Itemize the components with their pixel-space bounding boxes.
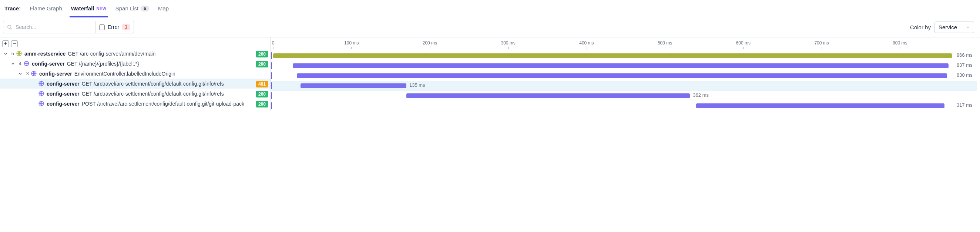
child-count: 5 — [9, 51, 16, 56]
span-rows: 5amm-restserviceGET /arc-config-server/a… — [0, 48, 270, 109]
timeline-column: 0100 ms200 ms300 ms400 ms500 ms600 ms700… — [271, 37, 980, 111]
root-marker — [271, 72, 272, 79]
tab-flame-graph[interactable]: Flame Graph — [30, 0, 62, 17]
service-name: amm-restservice — [24, 51, 65, 57]
color-by-value: Service — [939, 24, 957, 30]
tab-label: Waterfall — [71, 5, 94, 11]
service-name: config-server — [47, 91, 80, 97]
error-label: Error — [108, 24, 119, 30]
count-badge: 6 — [141, 6, 149, 11]
operation-name: GET /arctravel/arc-settlement/config/def… — [82, 91, 253, 97]
child-count: 4 — [16, 61, 23, 66]
span-bar-row[interactable]: 362 ms — [271, 91, 977, 101]
duration-label: 866 ms — [957, 52, 973, 58]
error-checkbox[interactable] — [99, 24, 105, 30]
tab-label: Map — [158, 5, 169, 11]
service-name: config-server — [47, 101, 80, 107]
svg-line-1 — [11, 28, 12, 29]
globe-icon — [23, 61, 30, 67]
new-badge: NEW — [97, 6, 107, 11]
axis-tick: 800 ms — [892, 40, 907, 46]
trace-tabs: Trace: Flame Graph Waterfall NEW Span Li… — [0, 0, 980, 17]
span-tree-column: 5amm-restserviceGET /arc-config-server/a… — [0, 37, 271, 111]
status-badge: 200 — [256, 91, 268, 98]
tree-toolbar — [0, 37, 270, 48]
duration-label: 837 ms — [957, 62, 973, 68]
axis-tick: 500 ms — [658, 40, 672, 46]
operation-name: EnvironmentController.labelledIncludeOri… — [75, 71, 268, 77]
status-badge: 200 — [256, 61, 268, 67]
span-row[interactable]: config-serverPOST /arctravel/arc-settlem… — [0, 99, 270, 109]
span-bar[interactable] — [301, 83, 406, 88]
tab-label: Flame Graph — [30, 5, 62, 11]
span-row[interactable]: 4config-serverGET /{name}/{profiles}/{la… — [0, 59, 270, 69]
root-marker — [271, 102, 272, 109]
chevron-down-icon[interactable] — [17, 72, 24, 76]
service-name: config-server — [47, 81, 80, 87]
toolbar: Error 1 Color by Service — [0, 17, 980, 37]
span-bar[interactable] — [297, 74, 947, 78]
tab-map[interactable]: Map — [158, 0, 169, 17]
span-bar[interactable] — [696, 103, 945, 108]
service-name: config-server — [32, 61, 65, 67]
span-bar-row[interactable]: 317 ms — [271, 101, 977, 111]
duration-label: 362 ms — [693, 92, 709, 98]
child-count: 3 — [24, 71, 30, 76]
span-bar[interactable] — [293, 63, 948, 68]
service-name: config-server — [39, 71, 72, 77]
root-marker — [271, 62, 272, 69]
duration-label: 830 ms — [957, 72, 973, 78]
search-group: Error 1 — [3, 21, 134, 34]
span-row[interactable]: config-serverGET /arctravel/arc-settleme… — [0, 78, 270, 89]
globe-icon — [30, 70, 37, 77]
chevron-down-icon[interactable] — [2, 51, 9, 56]
tab-label: Span List — [116, 5, 139, 11]
root-marker — [271, 52, 272, 59]
error-filter[interactable]: Error 1 — [95, 21, 134, 33]
duration-label: 317 ms — [957, 102, 973, 108]
collapse-all-button[interactable] — [11, 40, 18, 47]
span-row[interactable]: config-serverGET /arctravel/arc-settleme… — [0, 89, 270, 99]
color-by-label: Color by — [910, 24, 931, 30]
span-bar-row[interactable]: 830 ms — [271, 71, 977, 81]
span-row[interactable]: 5amm-restserviceGET /arc-config-server/a… — [0, 48, 270, 59]
color-by-select[interactable]: Service — [934, 21, 974, 33]
span-bar[interactable] — [406, 93, 690, 98]
tab-span-list[interactable]: Span List 6 — [116, 0, 149, 17]
operation-name: GET /arctravel/arc-settlement/config/def… — [82, 81, 253, 87]
duration-label: 135 ms — [409, 82, 425, 88]
globe-icon — [16, 50, 22, 57]
span-bar-row[interactable]: 135 ms — [271, 81, 977, 91]
operation-name: POST /arctravel/arc-settlement/config/de… — [82, 101, 253, 107]
chevron-down-icon[interactable] — [10, 61, 16, 66]
axis-tick: 200 ms — [423, 40, 437, 46]
search-input-wrap[interactable] — [3, 21, 95, 33]
search-input[interactable] — [16, 24, 91, 30]
axis-tick: 400 ms — [579, 40, 593, 46]
error-count-badge: 1 — [122, 24, 130, 30]
waterfall-main: 5amm-restserviceGET /arc-config-server/a… — [0, 37, 980, 111]
svg-point-0 — [8, 25, 11, 28]
search-icon — [7, 24, 13, 30]
axis-tick: 600 ms — [736, 40, 751, 46]
span-bars: 866 ms837 ms830 ms135 ms362 ms317 ms — [271, 51, 977, 111]
plus-icon — [4, 42, 7, 46]
expand-all-button[interactable] — [2, 40, 9, 47]
axis-tick: 0 — [272, 40, 275, 46]
span-bar[interactable] — [273, 53, 952, 58]
globe-icon — [38, 101, 45, 107]
chevron-down-icon — [966, 25, 970, 29]
axis-tick: 700 ms — [814, 40, 829, 46]
globe-icon — [38, 90, 45, 97]
root-marker — [271, 92, 272, 99]
operation-name: GET /arc-config-server/amm/dev/main — [68, 51, 253, 57]
span-bar-row[interactable]: 866 ms — [271, 51, 977, 61]
globe-icon — [38, 80, 45, 87]
tab-waterfall[interactable]: Waterfall NEW — [71, 0, 107, 17]
color-by-group: Color by Service — [910, 21, 977, 33]
axis-tick: 300 ms — [501, 40, 515, 46]
span-bar-row[interactable]: 837 ms — [271, 61, 977, 71]
axis-tick: 100 ms — [344, 40, 359, 46]
span-row[interactable]: 3config-serverEnvironmentController.labe… — [0, 69, 270, 78]
minus-icon — [13, 42, 16, 46]
